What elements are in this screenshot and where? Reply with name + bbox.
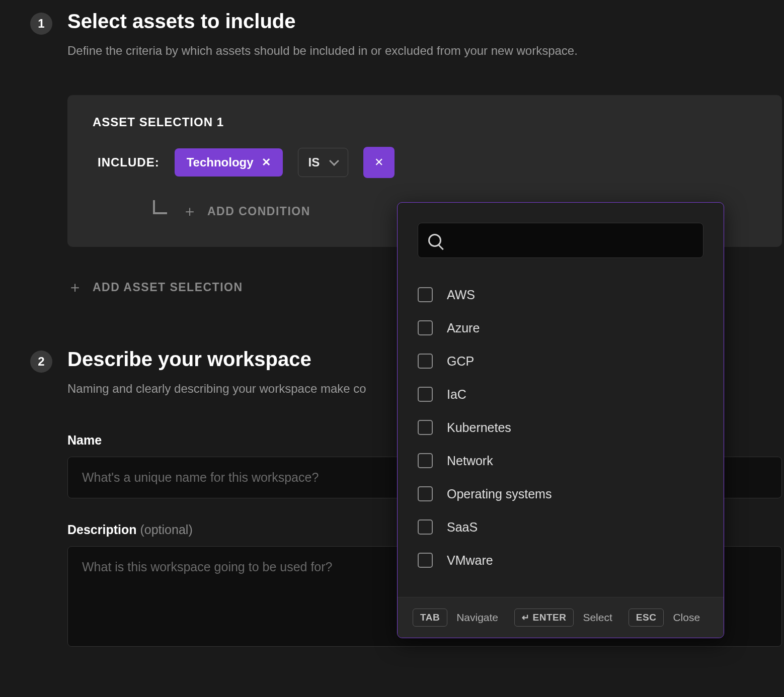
technology-chip[interactable]: Technology ✕ <box>175 148 283 177</box>
dropdown-option-gcp[interactable]: GCP <box>418 344 703 378</box>
plus-icon: ＋ <box>182 201 197 222</box>
dropdown-option-iac[interactable]: IaC <box>418 378 703 411</box>
dropdown-option-label: Network <box>447 454 493 468</box>
dropdown-option-aws[interactable]: AWS <box>418 278 703 311</box>
checkbox-icon[interactable] <box>418 486 433 501</box>
enter-key-label: Select <box>583 612 612 624</box>
checkbox-icon[interactable] <box>418 420 433 435</box>
dropdown-option-vmware[interactable]: VMware <box>418 544 703 577</box>
dropdown-option-saas[interactable]: SaaS <box>418 510 703 544</box>
step-1-badge: 1 <box>30 13 52 35</box>
enter-key-hint: ↵ ENTER <box>514 608 574 627</box>
dropdown-option-label: SaaS <box>447 520 478 535</box>
dropdown-option-label: IaC <box>447 387 466 402</box>
condition-row: INCLUDE: Technology ✕ IS ✕ <box>93 147 757 178</box>
checkbox-icon[interactable] <box>418 387 433 402</box>
technology-chip-label: Technology <box>187 155 254 169</box>
dropdown-search-input[interactable] <box>450 234 693 247</box>
dropdown-option-label: AWS <box>447 288 475 302</box>
enter-key-text: ENTER <box>533 612 567 623</box>
add-asset-selection-label: ADD ASSET SELECTION <box>93 281 243 294</box>
chevron-down-icon <box>329 156 339 166</box>
dropdown-option-network[interactable]: Network <box>418 444 703 477</box>
checkbox-icon[interactable] <box>418 287 433 302</box>
esc-key-hint: ESC <box>629 608 664 627</box>
step-1-header: 1 Select assets to include Define the cr… <box>30 10 784 60</box>
asset-selection-title: ASSET SELECTION 1 <box>93 115 757 129</box>
search-icon <box>428 234 441 247</box>
optional-hint: (optional) <box>140 522 192 537</box>
dropdown-option-label: Operating systems <box>447 487 552 501</box>
dropdown-option-label: VMware <box>447 553 493 568</box>
checkbox-icon[interactable] <box>418 519 433 535</box>
dropdown-search[interactable] <box>418 223 703 258</box>
step-1-subtitle: Define the criteria by which assets shou… <box>67 42 784 60</box>
enter-arrow-icon: ↵ <box>522 612 530 623</box>
step-1-title: Select assets to include <box>67 10 784 33</box>
operator-chip-label: IS <box>308 155 320 169</box>
remove-condition-button[interactable]: ✕ <box>363 147 395 178</box>
operator-chip[interactable]: IS <box>298 148 349 177</box>
dropdown-option-label: GCP <box>447 354 474 369</box>
plus-icon: ＋ <box>67 277 83 298</box>
dropdown-option-kubernetes[interactable]: Kubernetes <box>418 411 703 444</box>
close-icon: ✕ <box>374 157 383 168</box>
include-label: INCLUDE: <box>98 155 160 169</box>
checkbox-icon[interactable] <box>418 320 433 335</box>
dropdown-option-label: Kubernetes <box>447 420 511 435</box>
description-label-text: Description <box>67 522 137 537</box>
dropdown-options-list: AWS Azure GCP IaC Kubernetes Network Ope… <box>398 268 724 597</box>
dropdown-option-azure[interactable]: Azure <box>418 311 703 344</box>
checkbox-icon[interactable] <box>418 553 433 568</box>
dropdown-option-label: Azure <box>447 321 480 335</box>
add-condition-label: ADD CONDITION <box>207 205 310 218</box>
technology-dropdown: AWS Azure GCP IaC Kubernetes Network Ope… <box>397 202 724 638</box>
step-2-badge: 2 <box>30 351 52 373</box>
close-icon[interactable]: ✕ <box>262 157 271 168</box>
dropdown-option-operating-systems[interactable]: Operating systems <box>418 477 703 510</box>
sub-branch-icon <box>153 200 167 214</box>
checkbox-icon[interactable] <box>418 354 433 369</box>
esc-key-label: Close <box>673 612 700 624</box>
checkbox-icon[interactable] <box>418 453 433 468</box>
tab-key-hint: TAB <box>413 608 447 627</box>
tab-key-label: Navigate <box>456 612 498 624</box>
dropdown-footer: TAB Navigate ↵ ENTER Select ESC Close <box>398 597 724 638</box>
